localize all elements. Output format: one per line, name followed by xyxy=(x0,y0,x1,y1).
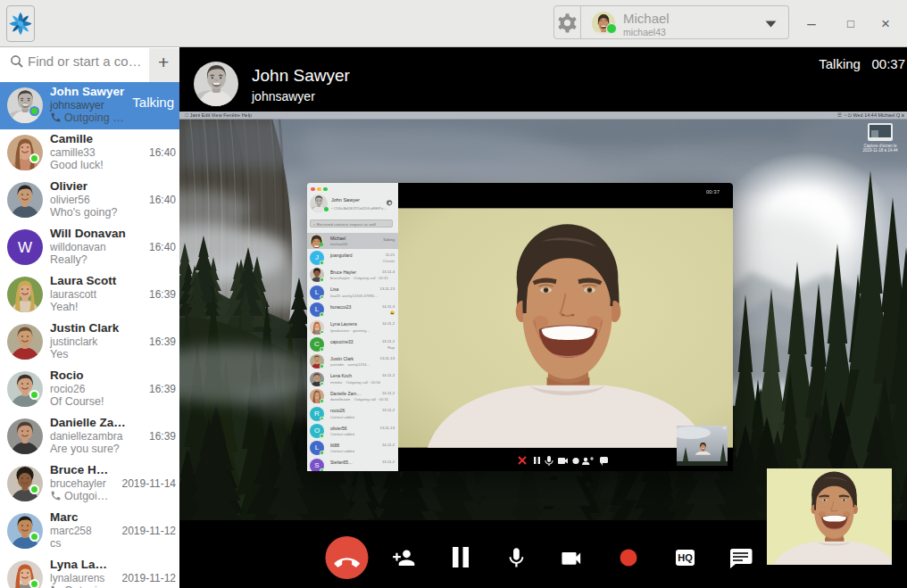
svg-text:HQ: HQ xyxy=(678,552,693,563)
svg-text:2019-11-18 à 14.44: 2019-11-18 à 14.44 xyxy=(863,148,898,153)
svg-text: Jami Edit View Fenêtre:  Jami Edit View Fenêtre Help xyxy=(185,112,252,118)
svg-text:W: W xyxy=(18,239,32,256)
svg-text:☰ ◔ ⏻ Wed 14:44 Michael Q: ☰ ◔ ⏻ Wed 14:44 Michael Q ≡ xyxy=(837,112,904,118)
